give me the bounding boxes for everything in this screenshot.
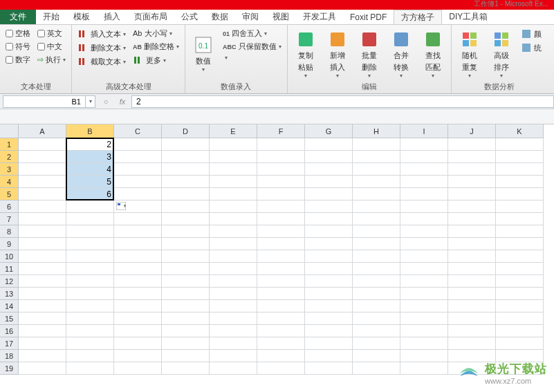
tab-数据[interactable]: 数据 xyxy=(205,10,235,24)
col-header-B[interactable]: B xyxy=(66,124,114,138)
cell-G14[interactable] xyxy=(305,300,353,312)
cell-D19[interactable] xyxy=(162,362,210,375)
cell-J17[interactable] xyxy=(448,337,496,350)
tab-开发工具[interactable]: 开发工具 xyxy=(296,10,343,24)
cell-C14[interactable] xyxy=(114,300,162,312)
cell-B16[interactable] xyxy=(66,325,114,337)
cell-I14[interactable] xyxy=(400,300,448,312)
cell-D3[interactable] xyxy=(162,163,210,176)
cell-J4[interactable] xyxy=(448,176,496,188)
cell-J3[interactable] xyxy=(448,163,496,176)
cell-H2[interactable] xyxy=(353,151,400,163)
tab-插入[interactable]: 插入 xyxy=(97,10,127,24)
cell-K9[interactable] xyxy=(496,238,544,250)
cell-E1[interactable] xyxy=(210,138,257,151)
row-header-5[interactable]: 5 xyxy=(0,188,19,200)
cell-J7[interactable] xyxy=(448,213,496,225)
cell-E5[interactable] xyxy=(210,188,257,200)
cell-K13[interactable] xyxy=(496,288,544,300)
cell-C11[interactable] xyxy=(114,263,162,275)
cell-J12[interactable] xyxy=(448,275,496,288)
cell-I15[interactable] xyxy=(400,312,448,325)
tab-Foxit PDF[interactable]: Foxit PDF xyxy=(343,10,394,24)
col-header-E[interactable]: E xyxy=(210,124,257,138)
cell-D14[interactable] xyxy=(162,300,210,312)
row-header-18[interactable]: 18 xyxy=(0,350,19,362)
cell-G10[interactable] xyxy=(305,250,353,263)
analysis-高级排序[interactable]: 高级排序▾ xyxy=(488,26,515,82)
tab-审阅[interactable]: 审阅 xyxy=(235,10,266,24)
cell-C2[interactable] xyxy=(114,151,162,163)
col-header-D[interactable]: D xyxy=(162,124,210,138)
cell-F11[interactable] xyxy=(257,263,305,275)
cell-J6[interactable] xyxy=(448,200,496,213)
cell-B12[interactable] xyxy=(66,275,114,288)
col-header-H[interactable]: H xyxy=(353,124,400,138)
cell-F8[interactable] xyxy=(257,225,305,238)
cell-J8[interactable] xyxy=(448,225,496,238)
cell-F9[interactable] xyxy=(257,238,305,250)
cell-G5[interactable] xyxy=(305,188,353,200)
col-header-A[interactable]: A xyxy=(19,124,66,138)
cell-B19[interactable] xyxy=(66,362,114,375)
cell-H14[interactable] xyxy=(353,300,400,312)
cell-G8[interactable] xyxy=(305,225,353,238)
cell-C1[interactable] xyxy=(114,138,162,151)
numeric-big-button[interactable]: 0.1 数值 ▾ xyxy=(190,26,217,82)
cell-A18[interactable] xyxy=(19,350,66,362)
cell-K15[interactable] xyxy=(496,312,544,325)
cell-A15[interactable] xyxy=(19,312,66,325)
tab-模板[interactable]: 模板 xyxy=(66,10,97,24)
cell-A7[interactable] xyxy=(19,213,66,225)
fx-circle-icon[interactable]: ○ xyxy=(100,96,112,107)
col-header-G[interactable]: G xyxy=(305,124,353,138)
cell-I3[interactable] xyxy=(400,163,448,176)
cell-K12[interactable] xyxy=(496,275,544,288)
option-空格[interactable]: 空格 xyxy=(4,28,32,39)
cell-B4[interactable]: 5 xyxy=(66,176,114,188)
cell-B2[interactable]: 3 xyxy=(66,151,114,163)
row-header-15[interactable]: 15 xyxy=(0,312,19,325)
cell-K5[interactable] xyxy=(496,188,544,200)
cell-G2[interactable] xyxy=(305,151,353,163)
cell-G11[interactable] xyxy=(305,263,353,275)
cell-A13[interactable] xyxy=(19,288,66,300)
cell-A11[interactable] xyxy=(19,263,66,275)
cell-J16[interactable] xyxy=(448,325,496,337)
cell-D13[interactable] xyxy=(162,288,210,300)
cell-C15[interactable] xyxy=(114,312,162,325)
cell-D9[interactable] xyxy=(162,238,210,250)
cell-I4[interactable] xyxy=(400,176,448,188)
cell-B18[interactable] xyxy=(66,350,114,362)
cell-D8[interactable] xyxy=(162,225,210,238)
cell-B6[interactable] xyxy=(66,200,114,213)
row-header-7[interactable]: 7 xyxy=(0,213,19,225)
cell-C12[interactable] xyxy=(114,275,162,288)
cmd-删除空格[interactable]: AB 删除空格 ▾ xyxy=(131,41,181,53)
cell-B8[interactable] xyxy=(66,225,114,238)
cell-D10[interactable] xyxy=(162,250,210,263)
cell-I17[interactable] xyxy=(400,337,448,350)
row-header-2[interactable]: 2 xyxy=(0,151,19,163)
cell-E19[interactable] xyxy=(210,362,257,375)
cell-G3[interactable] xyxy=(305,163,353,176)
cmd-更多[interactable]: 更多 ▾ xyxy=(131,54,181,66)
cell-G12[interactable] xyxy=(305,275,353,288)
cell-E10[interactable] xyxy=(210,250,257,263)
cell-A4[interactable] xyxy=(19,176,66,188)
cell-F10[interactable] xyxy=(257,250,305,263)
cell-A9[interactable] xyxy=(19,238,66,250)
cell-F18[interactable] xyxy=(257,350,305,362)
cell-H1[interactable] xyxy=(353,138,400,151)
cell-G4[interactable] xyxy=(305,176,353,188)
cell-C17[interactable] xyxy=(114,337,162,350)
cell-G16[interactable] xyxy=(305,325,353,337)
cell-K4[interactable] xyxy=(496,176,544,188)
cell-G1[interactable] xyxy=(305,138,353,151)
file-tab[interactable]: 文件 xyxy=(0,10,36,24)
cell-E4[interactable] xyxy=(210,176,257,188)
cell-I10[interactable] xyxy=(400,250,448,263)
cell-G7[interactable] xyxy=(305,213,353,225)
cell-I2[interactable] xyxy=(400,151,448,163)
cmd-截取文本[interactable]: 截取文本 ▾ xyxy=(76,55,127,68)
